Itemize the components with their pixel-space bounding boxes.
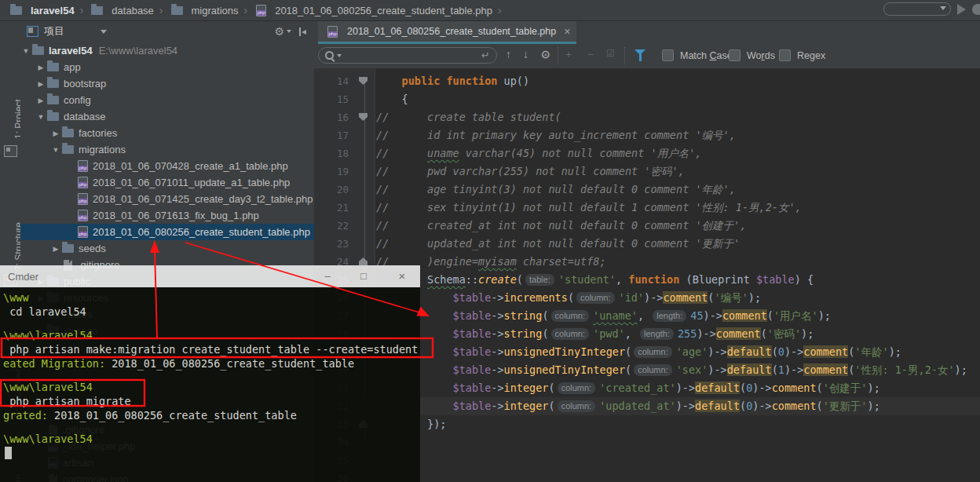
cmder-title: Cmder xyxy=(8,271,38,283)
checkbox-icon[interactable] xyxy=(779,49,791,61)
terminal-cursor xyxy=(5,447,12,459)
checkbox-icon[interactable] xyxy=(662,49,674,61)
remove-occurrence-icon[interactable]: − xyxy=(587,48,594,60)
maximize-icon[interactable]: □ xyxy=(350,265,377,287)
parameter-hint: column: xyxy=(558,400,596,412)
code-text: $table->string(column:'uname', length:45… xyxy=(376,307,831,325)
close-icon[interactable]: × xyxy=(389,265,415,287)
tree-item-folder[interactable]: ▶seeds xyxy=(20,240,314,257)
search-toggle-label: Match Case xyxy=(680,50,733,61)
add-occurrence-icon[interactable]: + xyxy=(565,48,572,60)
folder-icon xyxy=(171,6,183,15)
search-bar: ↵ ↑ ↓ ⊙ + − ☑ Match CaseWordsRegex xyxy=(314,44,980,69)
search-toggle-match-case[interactable]: Match Case xyxy=(662,49,733,61)
chevron-right-icon[interactable]: ▶ xyxy=(52,245,60,253)
previous-occurrence-icon[interactable]: ↑ xyxy=(506,48,511,60)
run-button[interactable] xyxy=(957,4,966,15)
line-number: 17 xyxy=(314,126,349,144)
breadcrumb-separator: › xyxy=(498,4,502,16)
chevron-down-icon[interactable]: ▼ xyxy=(37,113,45,121)
tree-item-file[interactable]: php2018_01_06_070428_create_a1_table.php xyxy=(20,158,314,174)
filter-icon[interactable] xyxy=(634,49,645,55)
editor-tab[interactable]: php 2018_01_06_080256_create_student_tab… xyxy=(318,21,576,42)
folder-icon xyxy=(62,129,74,137)
gear-icon[interactable]: ⚙ xyxy=(274,26,284,37)
code-line: 22// created_at int not null default 0 c… xyxy=(314,217,980,235)
folder-icon xyxy=(62,244,74,253)
run-toolbar xyxy=(883,2,978,16)
php-file-icon: php xyxy=(78,177,88,188)
tree-item-label: laravel54 xyxy=(49,45,93,57)
terminal-output[interactable]: \www cd laravel54\www\laravel54 php arti… xyxy=(0,287,420,482)
tree-item-folder[interactable]: ▶app xyxy=(20,59,314,75)
chevron-down-icon[interactable] xyxy=(337,54,342,57)
breadcrumb-label: migrations xyxy=(192,5,239,16)
run-configuration-select[interactable] xyxy=(883,2,951,16)
search-input[interactable]: ↵ xyxy=(318,47,497,64)
breadcrumb-item[interactable]: database xyxy=(89,5,154,16)
chevron-right-icon[interactable]: ▶ xyxy=(37,64,45,71)
next-occurrence-icon[interactable]: ↓ xyxy=(523,48,528,60)
line-number: 18 xyxy=(314,144,349,162)
chevron-down-icon[interactable] xyxy=(101,30,107,34)
line-number: 14 xyxy=(314,72,349,90)
parameter-hint: length: xyxy=(640,328,674,340)
close-icon[interactable]: × xyxy=(564,25,570,38)
parameter-hint: column: xyxy=(551,328,590,340)
cmder-title-bar[interactable]: Cmder – □ × xyxy=(0,265,420,287)
breadcrumb-item[interactable]: php2018_01_06_080256_create_student_tabl… xyxy=(253,5,492,16)
folder-icon xyxy=(62,145,74,154)
checkbox-icon[interactable] xyxy=(729,49,740,61)
code-text: $table->increments(column:'id')->comment… xyxy=(376,289,761,307)
code-text: { xyxy=(376,90,408,108)
tree-item-label: database xyxy=(64,111,106,122)
tree-item-file[interactable]: php2018_01_06_071613_fix_bug_1.php xyxy=(20,207,314,224)
parameter-hint: column: xyxy=(576,292,615,304)
cmder-window[interactable]: Cmder – □ × \www cd laravel54\www\larave… xyxy=(0,265,420,482)
chevron-down-icon[interactable]: ▼ xyxy=(52,146,60,154)
tree-item-folder[interactable]: ▼database xyxy=(20,108,314,125)
find-all-icon[interactable]: ⊙ xyxy=(541,48,550,60)
minimize-icon[interactable]: – xyxy=(314,265,341,287)
tree-item-label: config xyxy=(64,94,91,106)
terminal-line: grated: 2018_01_06_080256_create_student… xyxy=(3,409,297,422)
breadcrumb-separator: › xyxy=(243,4,247,16)
line-number: 15 xyxy=(314,90,349,108)
breadcrumb-item[interactable]: migrations xyxy=(169,5,239,16)
phpstorm-window: laravel54›database›migrations›php2018_01… xyxy=(0,0,980,482)
breadcrumb-label: 2018_01_06_080256_create_student_table.p… xyxy=(275,5,492,16)
select-all-occurrences-icon[interactable]: ☑ xyxy=(606,48,615,59)
project-tool-icon xyxy=(4,145,17,157)
tree-item-folder[interactable]: ▶factories xyxy=(20,125,314,141)
tree-item-folder[interactable]: ▼laravel54E:\www\laravel54 xyxy=(20,42,314,59)
code-text: // pwd varchar(255) not null comment '密码… xyxy=(376,162,685,181)
folder-icon xyxy=(91,6,103,15)
terminal-line: \www\laravel54 xyxy=(3,329,93,342)
breadcrumb-separator: › xyxy=(80,4,84,16)
parameter-hint: table: xyxy=(525,274,554,286)
tree-item-folder[interactable]: ▶config xyxy=(20,92,314,108)
chevron-down-icon[interactable]: ▼ xyxy=(22,47,30,55)
code-text: public function up() xyxy=(376,72,529,90)
search-icon xyxy=(325,51,334,60)
tree-item-folder[interactable]: ▼migrations xyxy=(20,141,314,158)
search-toggle-regex[interactable]: Regex xyxy=(779,49,825,61)
tree-item-label: 2018_01_06_071613_fix_bug_1.php xyxy=(93,210,259,221)
tree-item-file[interactable]: php2018_01_06_071425_create_day3_t2_tabl… xyxy=(20,191,314,207)
tree-item-folder[interactable]: ▶bootstrap xyxy=(20,75,314,92)
chevron-right-icon[interactable]: ▶ xyxy=(37,80,45,88)
chevron-right-icon[interactable]: ▶ xyxy=(52,130,60,137)
hide-panel-icon[interactable] xyxy=(298,27,308,36)
tree-item-file[interactable]: php2018_01_06_080256_create_student_tabl… xyxy=(20,224,314,240)
chevron-right-icon[interactable]: ▶ xyxy=(37,97,45,104)
code-text: // uname varchar(45) not null comment '用… xyxy=(376,144,701,162)
chevron-down-icon xyxy=(940,6,946,10)
line-number: 16 xyxy=(314,108,349,126)
tree-item-file[interactable]: php2018_01_06_071011_update_a1_table.php xyxy=(20,174,314,191)
search-toggle-words[interactable]: Words xyxy=(729,49,775,61)
breadcrumb-item[interactable]: laravel54 xyxy=(8,5,75,16)
editor-tab-label: 2018_01_06_080256_create_student_table.p… xyxy=(347,26,556,37)
php-file-icon: php xyxy=(78,193,88,205)
code-text: $table->integer(column:'created_at')->de… xyxy=(376,379,880,397)
debug-icon[interactable] xyxy=(972,4,980,15)
